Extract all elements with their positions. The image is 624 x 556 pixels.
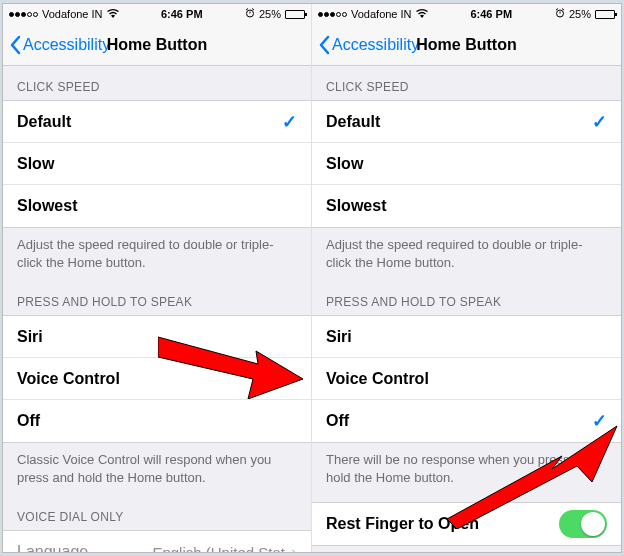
- click-speed-group: Default ✓ Slow Slowest: [3, 100, 311, 228]
- svg-line-2: [246, 9, 248, 11]
- chevron-right-icon: ›: [291, 542, 297, 552]
- alarm-icon: [555, 8, 565, 20]
- checkmark-icon: ✓: [282, 111, 297, 133]
- option-label: Slow: [17, 155, 297, 173]
- option-siri[interactable]: Siri: [3, 316, 311, 358]
- checkmark-icon: ✓: [282, 368, 297, 390]
- section-header-press-hold: PRESS AND HOLD TO SPEAK: [312, 281, 621, 315]
- svg-line-3: [252, 9, 254, 11]
- checkmark-icon: ✓: [592, 111, 607, 133]
- section-footer-press-hold: There will be no response when you press…: [312, 443, 621, 496]
- nav-bar: Accessibility Home Button: [312, 24, 621, 66]
- section-header-voice-dial: VOICE DIAL ONLY: [3, 496, 311, 530]
- option-slowest[interactable]: Slowest: [312, 185, 621, 227]
- status-left: Vodafone IN: [318, 8, 428, 20]
- signal-dots-icon: [318, 12, 347, 17]
- clock-label: 6:46 PM: [161, 8, 203, 20]
- voice-dial-group: Language English (United Stat ›: [3, 530, 311, 552]
- option-voice-control[interactable]: Voice Control: [312, 358, 621, 400]
- option-label: Off: [326, 412, 592, 430]
- option-slow[interactable]: Slow: [3, 143, 311, 185]
- section-footer-click-speed: Adjust the speed required to double or t…: [3, 228, 311, 281]
- row-label: Language: [17, 543, 152, 552]
- option-label: Off: [17, 412, 297, 430]
- checkmark-icon: ✓: [592, 410, 607, 432]
- status-bar: Vodafone IN 6:46 PM 25%: [312, 4, 621, 24]
- back-button[interactable]: Accessibility: [312, 35, 425, 55]
- section-header-click-speed: CLICK SPEED: [312, 66, 621, 100]
- option-slowest[interactable]: Slowest: [3, 185, 311, 227]
- option-off[interactable]: Off ✓: [312, 400, 621, 442]
- svg-line-8: [562, 9, 564, 11]
- nav-bar: Accessibility Home Button: [3, 24, 311, 66]
- option-label: Slowest: [17, 197, 297, 215]
- option-label: Siri: [326, 328, 607, 346]
- option-slow[interactable]: Slow: [312, 143, 621, 185]
- screen-right: Vodafone IN 6:46 PM 25% Accessibility Ho…: [312, 4, 621, 552]
- page-title: Home Button: [107, 36, 207, 54]
- svg-line-7: [556, 9, 558, 11]
- section-header-press-hold: PRESS AND HOLD TO SPEAK: [3, 281, 311, 315]
- status-right: 25%: [555, 8, 615, 20]
- signal-dots-icon: [9, 12, 38, 17]
- option-default[interactable]: Default ✓: [3, 101, 311, 143]
- scroll-content[interactable]: CLICK SPEED Default ✓ Slow Slowest Adjus…: [312, 66, 621, 552]
- option-label: Voice Control: [17, 370, 282, 388]
- option-label: Default: [17, 113, 282, 131]
- row-label: Rest Finger to Open: [326, 515, 559, 533]
- press-hold-group: Siri Voice Control ✓ Off: [3, 315, 311, 443]
- option-label: Default: [326, 113, 592, 131]
- row-value: English (United Stat: [152, 544, 285, 552]
- status-left: Vodafone IN: [9, 8, 119, 20]
- status-right: 25%: [245, 8, 305, 20]
- battery-icon: [285, 10, 305, 19]
- clock-label: 6:46 PM: [470, 8, 512, 20]
- row-language[interactable]: Language English (United Stat ›: [3, 531, 311, 552]
- screen-left: Vodafone IN 6:46 PM 25% Accessibility Ho…: [3, 4, 312, 552]
- alarm-icon: [245, 8, 255, 20]
- toggle-switch[interactable]: [559, 510, 607, 538]
- row-rest-finger[interactable]: Rest Finger to Open: [312, 503, 621, 545]
- back-label: Accessibility: [23, 36, 110, 54]
- press-hold-group: Siri Voice Control Off ✓: [312, 315, 621, 443]
- option-label: Slow: [326, 155, 607, 173]
- option-off[interactable]: Off: [3, 400, 311, 442]
- scroll-content[interactable]: CLICK SPEED Default ✓ Slow Slowest Adjus…: [3, 66, 311, 552]
- option-label: Slowest: [326, 197, 607, 215]
- wifi-icon: [107, 9, 119, 20]
- back-label: Accessibility: [332, 36, 419, 54]
- page-title: Home Button: [416, 36, 516, 54]
- option-label: Voice Control: [326, 370, 607, 388]
- section-header-click-speed: CLICK SPEED: [3, 66, 311, 100]
- carrier-label: Vodafone IN: [42, 8, 103, 20]
- section-footer-press-hold: Classic Voice Control will respond when …: [3, 443, 311, 496]
- battery-icon: [595, 10, 615, 19]
- back-chevron-icon: [318, 35, 330, 55]
- battery-pct-label: 25%: [569, 8, 591, 20]
- back-button[interactable]: Accessibility: [3, 35, 116, 55]
- battery-pct-label: 25%: [259, 8, 281, 20]
- option-siri[interactable]: Siri: [312, 316, 621, 358]
- status-bar: Vodafone IN 6:46 PM 25%: [3, 4, 311, 24]
- back-chevron-icon: [9, 35, 21, 55]
- carrier-label: Vodafone IN: [351, 8, 412, 20]
- rest-finger-group: Rest Finger to Open: [312, 502, 621, 546]
- option-label: Siri: [17, 328, 297, 346]
- option-default[interactable]: Default ✓: [312, 101, 621, 143]
- click-speed-group: Default ✓ Slow Slowest: [312, 100, 621, 228]
- wifi-icon: [416, 9, 428, 20]
- section-footer-click-speed: Adjust the speed required to double or t…: [312, 228, 621, 281]
- option-voice-control[interactable]: Voice Control ✓: [3, 358, 311, 400]
